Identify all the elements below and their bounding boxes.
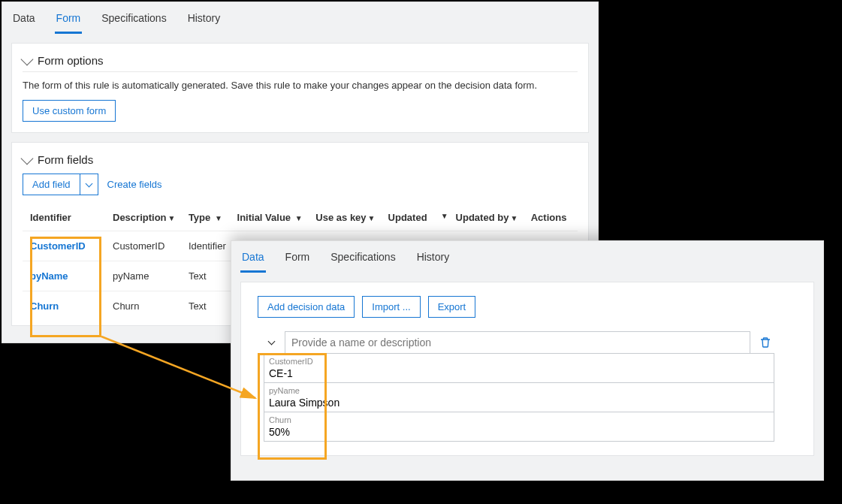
form-fields-title: Form fields (38, 153, 93, 166)
chevron-down-icon (267, 338, 275, 346)
field-input-pyname[interactable] (264, 395, 774, 412)
data-card: Add decision data Import ... Export Cust… (240, 282, 814, 456)
identifier-link-pyname[interactable]: pyName (30, 270, 68, 282)
table-header-row: Identifier Description▼ Type ▼ Initial V… (23, 206, 578, 231)
trash-icon (759, 337, 771, 349)
field-customerid: CustomerID (264, 353, 774, 383)
export-button[interactable]: Export (428, 296, 476, 318)
tab-data-front[interactable]: Data (240, 245, 266, 273)
desc-cell: Churn (113, 291, 189, 321)
col-updated[interactable]: Updated▼ (388, 206, 456, 231)
col-use-as-key[interactable]: Use as key▼ (315, 206, 388, 231)
row-expand-toggle[interactable] (264, 331, 279, 354)
use-custom-form-button[interactable]: Use custom form (23, 100, 116, 122)
data-panel: Data Form Specifications History Add dec… (231, 240, 824, 481)
chevron-down-icon (85, 180, 92, 187)
tab-history-front[interactable]: History (415, 245, 451, 273)
col-identifier[interactable]: Identifier (23, 206, 113, 231)
delete-row-button[interactable] (756, 331, 774, 354)
field-label: CustomerID (264, 354, 774, 366)
field-input-customerid[interactable] (264, 366, 774, 382)
col-type[interactable]: Type ▼ (189, 206, 237, 231)
tab-data[interactable]: Data (11, 6, 37, 34)
form-options-title: Form options (38, 54, 104, 67)
chevron-down-icon (21, 152, 34, 164)
field-label: pyName (264, 383, 774, 395)
form-fields-header[interactable]: Form fields (23, 153, 578, 166)
data-body: CustomerID pyName Churn (264, 331, 774, 442)
form-options-header[interactable]: Form options (23, 54, 578, 67)
tab-specifications[interactable]: Specifications (100, 6, 167, 34)
tabbar-front: Data Form Specifications History (231, 241, 823, 273)
name-description-input[interactable] (285, 331, 750, 354)
field-pyname: pyName (264, 382, 774, 412)
chevron-down-icon (21, 53, 34, 65)
desc-cell: pyName (113, 261, 189, 291)
type-cell: Text (189, 261, 237, 291)
col-updated-by[interactable]: Updated by▼ (456, 206, 531, 231)
type-cell: Identifier (189, 231, 237, 261)
tabbar-back: Data Form Specifications History (2, 2, 598, 34)
tab-form-front[interactable]: Form (284, 245, 312, 273)
add-field-button[interactable]: Add field (23, 174, 80, 195)
form-fields-controls: Add field Create fields (23, 174, 578, 195)
field-churn: Churn (264, 412, 774, 442)
add-decision-data-button[interactable]: Add decision data (258, 296, 355, 318)
field-input-churn[interactable] (264, 424, 774, 441)
col-initial-value[interactable]: Initial Value ▼ (237, 206, 316, 231)
import-button[interactable]: Import ... (362, 296, 420, 318)
form-options-card: Form options The form of this rule is au… (11, 43, 589, 133)
type-cell: Text (189, 291, 237, 321)
add-field-caret[interactable] (80, 174, 98, 195)
field-label: Churn (264, 412, 774, 424)
tab-history[interactable]: History (186, 6, 222, 34)
identifier-link-customerid[interactable]: CustomerID (30, 240, 86, 252)
col-description[interactable]: Description▼ (113, 206, 189, 231)
data-toolbar: Add decision data Import ... Export (258, 296, 797, 318)
col-actions: Actions (531, 206, 578, 231)
data-row-header (264, 331, 774, 354)
desc-cell: CustomerID (113, 231, 189, 261)
tab-specifications-front[interactable]: Specifications (329, 245, 397, 273)
form-options-desc: The form of this rule is automatically g… (23, 71, 578, 91)
identifier-link-churn[interactable]: Churn (30, 300, 59, 312)
create-fields-link[interactable]: Create fields (107, 179, 162, 190)
tab-form[interactable]: Form (55, 6, 83, 34)
field-group: CustomerID pyName Churn (264, 353, 774, 442)
